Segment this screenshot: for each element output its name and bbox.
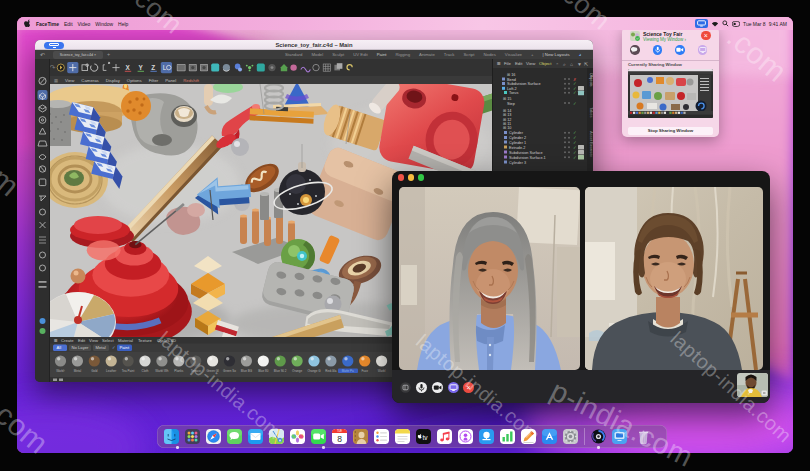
svg-text:L: L bbox=[163, 64, 167, 71]
svg-text:Leather: Leather bbox=[106, 369, 116, 373]
svg-text:⊞ 16: ⊞ 16 bbox=[507, 73, 515, 77]
svg-text:Warbl: Warbl bbox=[378, 369, 386, 373]
svg-text:✓: ✓ bbox=[573, 90, 577, 95]
svg-text:No Layer: No Layer bbox=[72, 345, 90, 350]
svg-text:Extrude.2: Extrude.2 bbox=[509, 146, 525, 150]
svg-text:Step: Step bbox=[507, 102, 515, 106]
svg-text:✓: ✓ bbox=[573, 155, 577, 160]
svg-text:Fuzz: Fuzz bbox=[361, 369, 368, 373]
svg-text:Gold: Gold bbox=[91, 369, 98, 373]
svg-text:☰: ☰ bbox=[54, 338, 58, 343]
svg-text:TUE: TUE bbox=[337, 429, 342, 433]
svg-text:Bend: Bend bbox=[507, 78, 516, 82]
svg-text:Torus: Torus bbox=[509, 91, 518, 95]
svg-text:Z: Z bbox=[151, 64, 155, 71]
svg-text:View: View bbox=[89, 338, 99, 343]
svg-text:✓: ✓ bbox=[573, 101, 577, 106]
svg-text:Takes: Takes bbox=[589, 107, 593, 117]
svg-text:Orange: Orange bbox=[292, 369, 302, 373]
svg-text:Texture: Texture bbox=[138, 338, 152, 343]
svg-text:Cylinder 1: Cylinder 1 bbox=[509, 141, 526, 145]
svg-text:Object: Object bbox=[539, 61, 552, 66]
svg-text:⊞ 11: ⊞ 11 bbox=[503, 122, 511, 126]
svg-text:Metal: Metal bbox=[74, 369, 82, 373]
svg-text:All: All bbox=[57, 345, 62, 350]
svg-text:Cylinder 3: Cylinder 3 bbox=[509, 161, 526, 165]
svg-text:⊞ 14: ⊞ 14 bbox=[503, 109, 511, 113]
svg-text:⊞ 15: ⊞ 15 bbox=[503, 97, 511, 101]
svg-text:Cylinder 2: Cylinder 2 bbox=[509, 136, 526, 140]
svg-text:Subdivision Surface: Subdivision Surface bbox=[507, 82, 541, 86]
svg-text:Objects: Objects bbox=[589, 73, 593, 87]
svg-text:Cylinder: Cylinder bbox=[509, 131, 524, 135]
svg-text:Select: Select bbox=[102, 338, 114, 343]
svg-text:Tea Paint: Tea Paint bbox=[122, 369, 135, 373]
svg-text:Create: Create bbox=[61, 338, 74, 343]
svg-text:File: File bbox=[504, 61, 512, 66]
svg-text:Metal: Metal bbox=[96, 345, 106, 350]
svg-text:Matte Pa: Matte Pa bbox=[342, 369, 354, 373]
svg-text:tv: tv bbox=[422, 434, 428, 441]
svg-text:Green So: Green So bbox=[223, 369, 236, 373]
svg-text:Edit: Edit bbox=[78, 338, 86, 343]
svg-text:Red-Gla: Red-Gla bbox=[325, 369, 337, 373]
svg-text:X: X bbox=[126, 64, 131, 71]
svg-text:Blue BG: Blue BG bbox=[241, 369, 253, 373]
svg-text:Subdivision Surface: Subdivision Surface bbox=[509, 151, 543, 155]
svg-text:Orange G: Orange G bbox=[307, 369, 321, 373]
svg-text:⇱: ⇱ bbox=[584, 61, 588, 67]
svg-text:⊞ 13: ⊞ 13 bbox=[503, 113, 511, 117]
svg-text:Asset Browser: Asset Browser bbox=[589, 131, 593, 157]
svg-text:⊞ 10: ⊞ 10 bbox=[503, 126, 511, 130]
svg-text:✓: ✓ bbox=[112, 345, 116, 350]
svg-text:Blue 80: Blue 80 bbox=[258, 369, 269, 373]
svg-text:Cloth: Cloth bbox=[141, 369, 148, 373]
svg-text:▼: ▼ bbox=[577, 61, 582, 67]
svg-text:⌂: ⌂ bbox=[570, 61, 573, 67]
svg-text:Warbl²: Warbl² bbox=[56, 369, 65, 373]
svg-text:Y: Y bbox=[138, 64, 143, 71]
svg-text:Blue 90 2: Blue 90 2 bbox=[274, 369, 287, 373]
svg-text:⌕: ⌕ bbox=[563, 61, 566, 67]
svg-text:Material: Material bbox=[118, 338, 133, 343]
svg-text:Subdivision Surface.1: Subdivision Surface.1 bbox=[509, 156, 546, 160]
svg-text:8: 8 bbox=[337, 434, 342, 444]
svg-text:☰: ☰ bbox=[497, 61, 501, 66]
svg-text:Paint: Paint bbox=[120, 345, 130, 350]
svg-text:↷: ↷ bbox=[50, 63, 56, 72]
svg-text:Edit: Edit bbox=[515, 61, 523, 66]
svg-text:Warbl Wh: Warbl Wh bbox=[155, 369, 168, 373]
svg-text:View: View bbox=[526, 61, 536, 66]
